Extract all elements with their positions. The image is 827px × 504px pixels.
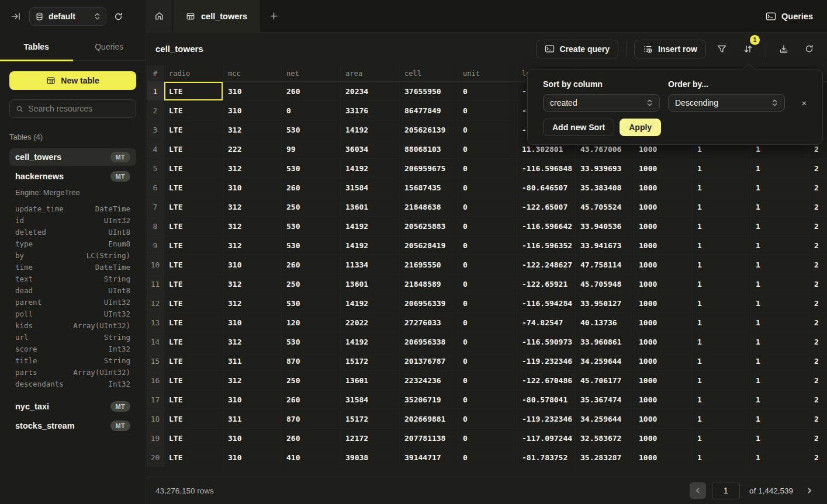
cell[interactable]: 2: [809, 159, 827, 178]
sort-column-select[interactable]: created: [543, 94, 660, 112]
cell[interactable]: 1000: [634, 429, 693, 447]
cell[interactable]: 0: [458, 82, 517, 100]
cell[interactable]: 1: [693, 429, 751, 447]
cell[interactable]: 0: [458, 313, 517, 332]
cell[interactable]: LTE: [164, 448, 223, 467]
cell[interactable]: 39144717: [400, 448, 458, 467]
cell[interactable]: 2: [809, 274, 827, 293]
cell[interactable]: 13601: [341, 197, 400, 216]
cell[interactable]: 40.13736: [576, 313, 634, 332]
cell[interactable]: 1: [693, 274, 751, 293]
cell[interactable]: 31584: [341, 390, 400, 409]
cell[interactable]: 0: [458, 390, 517, 409]
database-selector[interactable]: default: [29, 7, 106, 26]
cell[interactable]: 312: [223, 159, 282, 178]
cell[interactable]: 0: [458, 236, 517, 255]
cell[interactable]: 20234: [341, 82, 400, 100]
cell[interactable]: 45.705948: [576, 274, 634, 293]
cell[interactable]: 35.283287: [576, 448, 634, 467]
cell[interactable]: 1: [693, 390, 751, 409]
cell[interactable]: 2: [809, 352, 827, 370]
cell[interactable]: 22022: [341, 313, 400, 332]
remove-sort-button[interactable]: ×: [798, 98, 811, 108]
cell[interactable]: 1: [693, 332, 751, 351]
column-header-mcc[interactable]: mcc: [223, 65, 282, 81]
cell[interactable]: 33.941673: [576, 236, 634, 255]
cell[interactable]: 1: [693, 371, 751, 390]
cell[interactable]: -119.232346: [517, 409, 576, 428]
cell[interactable]: 14192: [341, 332, 400, 351]
cell[interactable]: LTE: [164, 409, 223, 428]
cell[interactable]: 312: [223, 236, 282, 255]
cell[interactable]: 310: [223, 390, 282, 409]
cell[interactable]: LTE: [164, 274, 223, 293]
sidebar-table-cell_towers[interactable]: cell_towersMT: [9, 148, 136, 166]
add-new-sort-button[interactable]: Add new Sort: [543, 119, 614, 136]
cell[interactable]: 14192: [341, 294, 400, 312]
cell[interactable]: 260: [282, 429, 341, 447]
cell[interactable]: 530: [282, 120, 341, 139]
cell[interactable]: -74.82547: [517, 313, 576, 332]
cell[interactable]: 1: [751, 159, 809, 178]
row-number[interactable]: 6: [147, 178, 164, 197]
cell[interactable]: 260: [282, 390, 341, 409]
cell[interactable]: -80.578041: [517, 390, 576, 409]
cell[interactable]: 207781138: [400, 429, 458, 447]
cell[interactable]: 0: [458, 101, 517, 120]
cell[interactable]: 1: [751, 409, 809, 428]
cell[interactable]: 205625883: [400, 217, 458, 235]
cell[interactable]: LTE: [164, 352, 223, 370]
cell[interactable]: 530: [282, 332, 341, 351]
cell[interactable]: 0: [458, 140, 517, 158]
cell[interactable]: LTE: [164, 236, 223, 255]
cell[interactable]: 0: [458, 429, 517, 447]
cell[interactable]: 1: [751, 352, 809, 370]
cell[interactable]: LTE: [164, 101, 223, 120]
cell[interactable]: 206956339: [400, 294, 458, 312]
cell[interactable]: 45.705524: [576, 197, 634, 216]
cell[interactable]: 33.950127: [576, 294, 634, 312]
cell[interactable]: 310: [223, 429, 282, 447]
cell[interactable]: 1: [693, 217, 751, 235]
cell[interactable]: -116.590973: [517, 332, 576, 351]
cell[interactable]: 1: [693, 448, 751, 467]
cell[interactable]: 35206719: [400, 390, 458, 409]
cell[interactable]: 1: [693, 352, 751, 370]
cell[interactable]: 15172: [341, 409, 400, 428]
cell[interactable]: 1: [751, 294, 809, 312]
cell[interactable]: 22324236: [400, 371, 458, 390]
cell[interactable]: 1: [693, 236, 751, 255]
cell[interactable]: 1: [751, 448, 809, 467]
cell[interactable]: 120: [282, 313, 341, 332]
cell[interactable]: LTE: [164, 159, 223, 178]
cell[interactable]: 312: [223, 294, 282, 312]
cell[interactable]: 0: [282, 101, 341, 120]
cell[interactable]: 0: [458, 332, 517, 351]
cell[interactable]: 27276033: [400, 313, 458, 332]
cell[interactable]: 99: [282, 140, 341, 158]
cell[interactable]: 1: [751, 332, 809, 351]
cell[interactable]: LTE: [164, 197, 223, 216]
cell[interactable]: 2: [809, 294, 827, 312]
cell[interactable]: 312: [223, 197, 282, 216]
cell[interactable]: 34.259644: [576, 409, 634, 428]
cell[interactable]: 222: [223, 140, 282, 158]
cell[interactable]: 1: [693, 294, 751, 312]
cell[interactable]: 0: [458, 217, 517, 235]
cell[interactable]: 260: [282, 178, 341, 197]
column-header-radio[interactable]: radio: [164, 65, 223, 81]
cell[interactable]: 0: [458, 197, 517, 216]
cell[interactable]: 39038: [341, 448, 400, 467]
cell[interactable]: 2: [809, 178, 827, 197]
cell[interactable]: 312: [223, 120, 282, 139]
previous-page-button[interactable]: [690, 482, 706, 499]
cell[interactable]: 2: [809, 332, 827, 351]
cell[interactable]: 0: [458, 159, 517, 178]
row-number[interactable]: 13: [147, 313, 164, 332]
row-number[interactable]: 12: [147, 294, 164, 312]
cell[interactable]: 530: [282, 159, 341, 178]
cell[interactable]: LTE: [164, 217, 223, 235]
cell[interactable]: 260: [282, 82, 341, 100]
home-tab[interactable]: [146, 0, 172, 32]
cell[interactable]: 1000: [634, 448, 693, 467]
